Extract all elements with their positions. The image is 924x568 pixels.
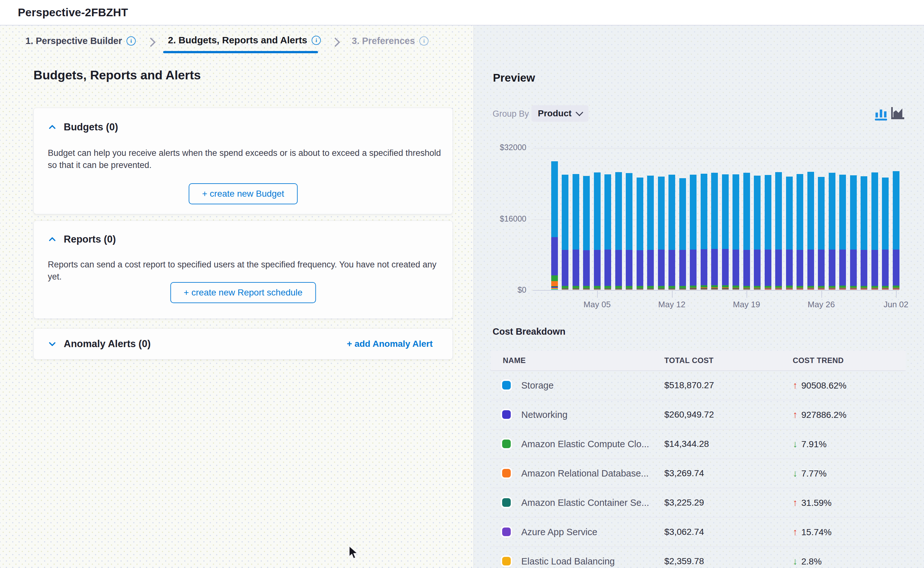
table-row[interactable]: Networking$260,949.72↑927886.2% <box>491 400 906 430</box>
table-row[interactable]: Amazon Elastic Container Se...$3,225.29↑… <box>491 488 906 518</box>
x-axis-tick <box>822 291 822 298</box>
chart-bar[interactable] <box>615 172 622 290</box>
create-report-schedule-button[interactable]: + create new Report schedule <box>170 282 316 303</box>
group-by-select[interactable]: Product <box>531 105 588 122</box>
arrow-up-icon: ↑ <box>793 497 797 508</box>
chart-bar[interactable] <box>797 174 803 290</box>
bar-segment <box>722 285 729 287</box>
chart-bar[interactable] <box>658 177 665 290</box>
arrow-down-icon: ↓ <box>793 468 797 479</box>
bar-segment <box>562 175 568 250</box>
chart-bar[interactable] <box>690 175 696 290</box>
table-row[interactable]: Amazon Relational Database...$3,269.74↓7… <box>491 459 906 488</box>
chart-bar[interactable] <box>786 177 793 290</box>
tab-preferences[interactable]: 3. Preferences i <box>352 36 428 46</box>
chart-bar[interactable] <box>562 175 568 290</box>
table-row[interactable]: Storage$518,870.27↑90508.62% <box>491 371 906 400</box>
app-header: Perspective-2FBZHT <box>0 0 924 26</box>
chevron-down-icon[interactable] <box>48 340 57 348</box>
bar-segment <box>754 289 761 290</box>
row-total-cost: $14,344.28 <box>664 430 709 458</box>
chart-bar[interactable] <box>775 172 782 290</box>
chart-bar[interactable] <box>551 161 558 290</box>
chart-bar[interactable] <box>604 174 611 290</box>
chart-bar[interactable] <box>829 173 835 290</box>
chart-bar[interactable] <box>668 175 675 290</box>
info-icon[interactable]: i <box>127 36 136 45</box>
chart-bar[interactable] <box>818 177 825 290</box>
bar-segment <box>839 175 846 249</box>
chart-bar[interactable] <box>679 178 686 290</box>
chart-bar[interactable] <box>743 173 750 290</box>
bar-segment <box>733 289 739 290</box>
info-icon[interactable]: i <box>419 36 428 45</box>
bar-segment <box>807 172 814 249</box>
arrow-up-icon: ↑ <box>793 527 797 537</box>
y-axis-label: $0 <box>469 285 526 295</box>
chart-bar[interactable] <box>861 176 867 290</box>
arrow-up-icon: ↑ <box>793 380 797 390</box>
bar-chart-icon[interactable] <box>874 106 888 121</box>
chart-bar[interactable] <box>754 176 761 290</box>
row-cost-trend: ↓2.8% <box>793 547 822 568</box>
group-by-label: Group By <box>493 109 529 119</box>
chart-bar[interactable] <box>626 173 633 290</box>
chart-bar[interactable] <box>594 172 601 290</box>
chart-bar[interactable] <box>711 173 718 290</box>
chart-bar[interactable] <box>701 174 707 290</box>
bar-segment <box>637 250 643 286</box>
create-budget-button[interactable]: + create new Budget <box>188 183 298 204</box>
add-anomaly-alert-link[interactable]: + add Anomaly Alert <box>347 329 433 359</box>
chart-bar[interactable] <box>722 174 729 290</box>
bar-segment <box>573 286 579 288</box>
x-axis-label: May 19 <box>724 300 769 310</box>
bar-segment <box>829 249 835 286</box>
bar-segment <box>743 289 750 290</box>
tab-perspective-builder[interactable]: 1. Perspective Builder i <box>26 36 136 46</box>
chevron-up-icon[interactable] <box>48 235 57 244</box>
bar-segment <box>765 289 772 290</box>
bar-segment <box>797 174 803 249</box>
chart-bar[interactable] <box>647 176 654 290</box>
bar-segment <box>797 289 803 290</box>
chart-bar[interactable] <box>765 175 772 290</box>
bar-segment <box>679 289 686 290</box>
chevron-right-icon <box>146 38 156 47</box>
chart-bar[interactable] <box>583 176 590 290</box>
chart-bar[interactable] <box>733 174 739 290</box>
bar-segment <box>615 250 622 286</box>
info-icon[interactable]: i <box>312 36 321 45</box>
chart-bar[interactable] <box>839 175 846 290</box>
trend-value: 927886.2% <box>801 410 847 420</box>
row-total-cost: $260,949.72 <box>664 400 714 429</box>
bar-segment <box>743 250 750 286</box>
chart-bar[interactable] <box>893 171 900 290</box>
chart-bar[interactable] <box>871 172 878 290</box>
trend-value: 7.77% <box>801 468 826 479</box>
table-row[interactable]: Elastic Load Balancing$2,359.78↓2.8% <box>491 547 906 568</box>
legend-swatch <box>502 527 511 536</box>
row-cost-trend: ↑90508.62% <box>793 371 847 400</box>
area-chart-icon[interactable] <box>890 106 906 121</box>
chart-bar[interactable] <box>850 175 857 290</box>
trend-value: 15.74% <box>801 527 832 537</box>
chart-bar[interactable] <box>807 172 814 290</box>
tab-budgets-reports-alerts[interactable]: 2. Budgets, Reports and Alerts i <box>168 35 321 45</box>
bar-segment <box>807 249 814 286</box>
arrow-down-icon: ↓ <box>793 556 797 566</box>
table-row[interactable]: Amazon Elastic Compute Clo...$14,344.28↓… <box>491 430 906 459</box>
chart-bar[interactable] <box>637 178 643 290</box>
row-cost-trend: ↓7.77% <box>793 459 826 488</box>
bar-segment <box>573 249 579 286</box>
bar-segment <box>871 250 878 286</box>
bar-segment <box>882 249 889 286</box>
bar-segment <box>615 289 622 290</box>
chart-bar[interactable] <box>573 174 579 290</box>
table-row[interactable]: Azure App Service$3,062.74↑15.74% <box>491 518 906 547</box>
budgets-title: Budgets (0) <box>64 121 118 133</box>
bar-segment <box>615 172 622 250</box>
bar-segment <box>775 249 782 286</box>
chevron-up-icon[interactable] <box>48 123 57 131</box>
bar-segment <box>626 173 633 249</box>
chart-bar[interactable] <box>882 178 889 290</box>
